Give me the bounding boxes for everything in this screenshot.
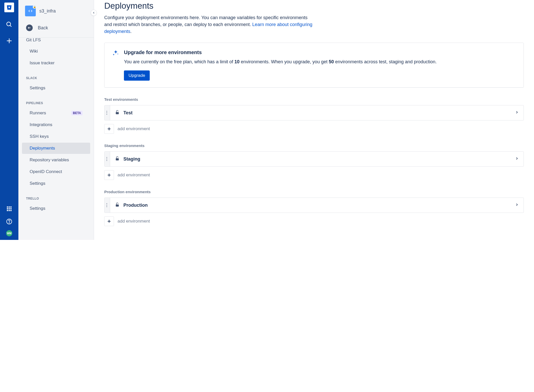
- section-slack: SLACK: [18, 69, 94, 82]
- env-section-staging-title: Staging environments: [104, 143, 524, 148]
- svg-rect-9: [10, 208, 12, 210]
- svg-point-17: [106, 113, 107, 113]
- upgrade-text: You are currently on the free plan, whic…: [124, 58, 437, 65]
- unlock-icon: [115, 156, 120, 162]
- svg-rect-5: [9, 206, 10, 208]
- sidebar-header: 🔒 s3_infra: [18, 0, 94, 19]
- sidebar-item-integrations[interactable]: Integrations: [22, 119, 90, 130]
- svg-rect-8: [9, 208, 10, 210]
- page-description: Configure your deployment environments h…: [104, 14, 314, 35]
- beta-badge: BETA: [71, 111, 83, 115]
- svg-rect-25: [116, 158, 119, 160]
- repo-sidebar: 🔒 s3_infra Back Git LFS Wiki Issue track…: [18, 0, 94, 240]
- add-env-label: add environment: [118, 219, 150, 224]
- svg-point-22: [106, 157, 107, 158]
- collapse-sidebar-button[interactable]: [91, 10, 97, 16]
- help-icon[interactable]: [5, 217, 13, 226]
- svg-rect-31: [116, 204, 119, 206]
- drag-handle-icon[interactable]: [105, 198, 110, 213]
- sidebar-item-wiki[interactable]: Wiki: [22, 46, 90, 57]
- svg-rect-6: [10, 206, 12, 208]
- add-env-button[interactable]: [104, 170, 114, 180]
- global-nav-rail: WM: [0, 0, 18, 240]
- app-switcher-icon[interactable]: [5, 205, 13, 213]
- svg-rect-19: [116, 112, 119, 114]
- add-env-button[interactable]: [104, 216, 114, 226]
- sidebar-item-runners[interactable]: Runners BETA: [22, 107, 90, 119]
- svg-line-1: [10, 25, 11, 27]
- repo-name: s3_infra: [39, 8, 56, 14]
- env-name: Production: [123, 203, 148, 208]
- unlock-icon: [115, 202, 120, 208]
- sidebar-item-pipelines-settings[interactable]: Settings: [22, 178, 90, 189]
- upgrade-button[interactable]: Upgrade: [124, 70, 150, 81]
- sidebar-item-repo-vars[interactable]: Repository variables: [22, 154, 90, 166]
- sidebar-item-ssh-keys[interactable]: SSH keys: [22, 131, 90, 142]
- chevron-right-icon: [515, 203, 519, 208]
- svg-point-0: [7, 22, 10, 26]
- svg-rect-7: [7, 208, 8, 210]
- svg-point-18: [106, 114, 107, 115]
- drag-handle-icon[interactable]: [105, 105, 110, 120]
- svg-rect-12: [10, 210, 12, 211]
- sidebar-item-openid[interactable]: OpenID Connect: [22, 166, 90, 177]
- env-row-production[interactable]: Production: [104, 198, 524, 213]
- drag-handle-icon[interactable]: [105, 152, 110, 166]
- sidebar-item-slack-settings[interactable]: Settings: [22, 82, 90, 94]
- chevron-right-icon: [515, 156, 519, 162]
- search-icon[interactable]: [5, 20, 13, 29]
- unlock-icon: [115, 110, 120, 116]
- create-icon[interactable]: [5, 37, 13, 45]
- svg-point-14: [9, 223, 9, 223]
- sidebar-item-git-lfs[interactable]: Git LFS: [18, 38, 94, 45]
- env-section-production-title: Production environments: [104, 190, 524, 194]
- add-env-button[interactable]: [104, 124, 114, 134]
- back-label[interactable]: Back: [38, 25, 48, 31]
- private-lock-icon: 🔒: [33, 5, 36, 9]
- sidebar-item-deployments[interactable]: Deployments: [22, 143, 90, 154]
- add-env-label: add environment: [118, 173, 150, 178]
- svg-point-29: [106, 205, 107, 206]
- repo-icon: 🔒: [25, 6, 36, 16]
- env-row-staging[interactable]: Staging: [104, 151, 524, 167]
- back-button[interactable]: [26, 24, 33, 31]
- chevron-right-icon: [515, 110, 519, 115]
- sparkle-icon: [112, 50, 119, 81]
- main-content: Deployments Configure your deployment en…: [94, 0, 534, 240]
- upgrade-title: Upgrade for more environments: [124, 50, 437, 55]
- bitbucket-logo[interactable]: [4, 3, 14, 12]
- svg-rect-4: [7, 206, 8, 208]
- section-trello: TRELLO: [18, 190, 94, 202]
- env-section-test-title: Test environments: [104, 97, 524, 102]
- svg-point-30: [106, 206, 107, 207]
- env-name: Staging: [123, 156, 140, 162]
- section-pipelines: PIPELINES: [18, 94, 94, 107]
- svg-rect-11: [9, 210, 10, 211]
- user-avatar[interactable]: WM: [6, 230, 12, 236]
- env-row-test[interactable]: Test: [104, 105, 524, 120]
- svg-point-28: [106, 203, 107, 204]
- sidebar-item-issue-tracker[interactable]: Issue tracker: [22, 57, 90, 69]
- add-env-label: add environment: [118, 126, 150, 131]
- env-name: Test: [123, 110, 133, 116]
- svg-point-16: [106, 111, 107, 112]
- sidebar-item-trello-settings[interactable]: Settings: [22, 203, 90, 214]
- svg-point-24: [106, 160, 107, 161]
- upgrade-card: Upgrade for more environments You are cu…: [104, 43, 524, 88]
- svg-point-23: [106, 159, 107, 160]
- svg-rect-10: [7, 210, 8, 211]
- page-title: Deployments: [104, 1, 524, 11]
